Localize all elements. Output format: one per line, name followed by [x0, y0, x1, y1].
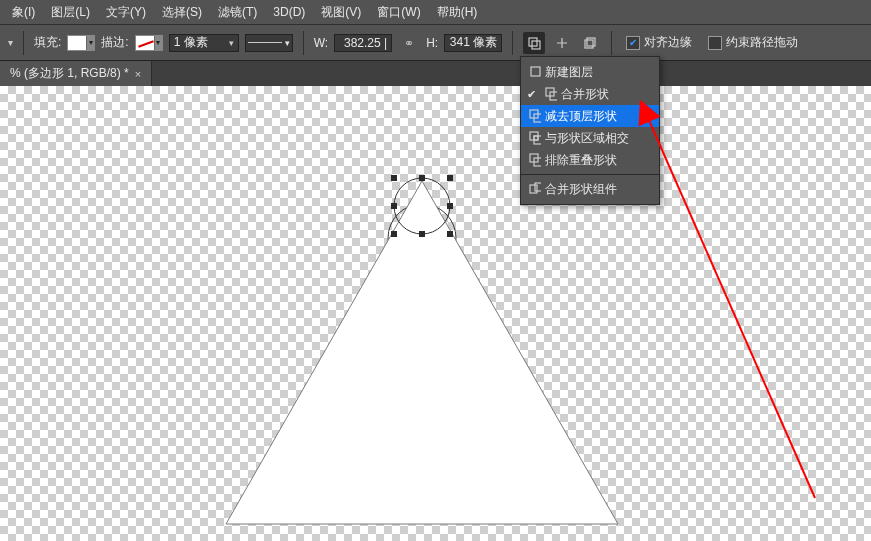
chevron-down-icon[interactable]: ▾: [154, 36, 162, 50]
menu-type[interactable]: 文字(Y): [98, 0, 154, 24]
path-alignment-button[interactable]: [551, 32, 573, 54]
path-operations-button[interactable]: [523, 32, 545, 54]
width-label: W:: [314, 36, 328, 50]
menu-item-label: 排除重叠形状: [545, 152, 617, 169]
svg-rect-12: [419, 231, 425, 237]
menu-item-merge-components[interactable]: 合并形状组件: [521, 178, 659, 200]
constrain-path-label: 约束路径拖动: [726, 34, 798, 51]
separator: [611, 31, 612, 55]
path-arrangement-button[interactable]: [579, 32, 601, 54]
menu-item-label: 减去顶层形状: [545, 108, 617, 125]
align-edges-label: 对齐边缘: [644, 34, 692, 51]
menu-item-label: 新建图层: [545, 64, 593, 81]
svg-rect-14: [531, 67, 540, 76]
svg-rect-11: [391, 231, 397, 237]
chevron-down-icon[interactable]: ▾: [86, 36, 94, 50]
menu-item-label: 合并形状组件: [545, 181, 617, 198]
menu-filter[interactable]: 滤镜(T): [210, 0, 265, 24]
menu-item-exclude[interactable]: 排除重叠形状: [521, 149, 659, 171]
svg-rect-9: [391, 203, 397, 209]
svg-rect-0: [529, 38, 537, 46]
combine-icon: [545, 88, 557, 100]
arrange-icon: [583, 36, 597, 50]
fill-label: 填充:: [34, 34, 61, 51]
stroke-label: 描边:: [101, 34, 128, 51]
width-input[interactable]: 382.25 |: [334, 34, 392, 52]
menu-item-label: 合并形状: [561, 86, 609, 103]
separator: [23, 31, 24, 55]
checkbox-icon: [708, 36, 722, 50]
path-operations-menu: 新建图层 ✔ 合并形状 减去顶层形状 与形状区域相交 排除重叠形状 合并形状组件: [520, 56, 660, 205]
width-value: 382.25 |: [344, 36, 387, 50]
document-tab-title: % (多边形 1, RGB/8) *: [10, 65, 129, 82]
align-icon: [555, 36, 569, 50]
document-tab-bar: % (多边形 1, RGB/8) * ×: [0, 60, 871, 86]
menu-layer[interactable]: 图层(L): [43, 0, 98, 24]
checkbox-checked-icon: [626, 36, 640, 50]
exclude-icon: [529, 154, 541, 166]
chevron-down-icon[interactable]: ▾: [285, 38, 290, 48]
menu-bar: 象(I) 图层(L) 文字(Y) 选择(S) 滤镜(T) 3D(D) 视图(V)…: [0, 0, 871, 24]
constrain-path-checkbox[interactable]: 约束路径拖动: [708, 34, 798, 51]
menu-item-intersect[interactable]: 与形状区域相交: [521, 127, 659, 149]
svg-rect-8: [447, 175, 453, 181]
menu-item-new-layer[interactable]: 新建图层: [521, 61, 659, 83]
svg-rect-25: [535, 183, 541, 191]
link-icon: ⚭: [404, 36, 414, 50]
height-input[interactable]: 341 像素: [444, 34, 502, 52]
svg-rect-13: [447, 231, 453, 237]
menu-window[interactable]: 窗口(W): [369, 0, 428, 24]
menu-image[interactable]: 象(I): [4, 0, 43, 24]
menu-item-subtract-front[interactable]: 减去顶层形状: [521, 105, 659, 127]
menu-help[interactable]: 帮助(H): [429, 0, 486, 24]
menu-item-label: 与形状区域相交: [545, 130, 629, 147]
svg-rect-10: [447, 203, 453, 209]
stroke-style-select[interactable]: ▾: [245, 34, 293, 52]
align-edges-checkbox[interactable]: 对齐边缘: [626, 34, 692, 51]
menu-3d[interactable]: 3D(D): [265, 0, 313, 24]
link-dimensions-button[interactable]: ⚭: [398, 32, 420, 54]
svg-rect-21: [534, 136, 538, 140]
check-icon: ✔: [527, 88, 536, 101]
menu-separator: [521, 174, 659, 175]
path-ops-icon: [527, 36, 541, 50]
separator: [512, 31, 513, 55]
svg-rect-1: [532, 41, 540, 49]
separator: [303, 31, 304, 55]
document-tab[interactable]: % (多边形 1, RGB/8) * ×: [0, 61, 152, 86]
canvas-area[interactable]: [0, 86, 871, 541]
menu-select[interactable]: 选择(S): [154, 0, 210, 24]
svg-rect-2: [585, 40, 593, 48]
height-label: H:: [426, 36, 438, 50]
chevron-down-icon[interactable]: ▾: [229, 38, 234, 48]
options-bar: ▾ 填充: ▾ 描边: ▾ 1 像素 ▾ ▾ W: 382.25 | ⚭ H: …: [0, 24, 871, 60]
menu-view[interactable]: 视图(V): [313, 0, 369, 24]
stroke-width-value: 1 像素: [174, 34, 208, 51]
svg-rect-6: [391, 175, 397, 181]
stroke-swatch[interactable]: ▾: [135, 35, 163, 51]
height-value: 341 像素: [450, 34, 497, 51]
stroke-width-input[interactable]: 1 像素 ▾: [169, 34, 239, 52]
menu-item-combine[interactable]: ✔ 合并形状: [521, 83, 659, 105]
svg-rect-7: [419, 175, 425, 181]
chevron-down-icon[interactable]: ▾: [8, 37, 13, 48]
solid-line-icon: [248, 42, 282, 43]
subtract-icon: [529, 110, 541, 122]
canvas-shapes: [0, 86, 871, 541]
fill-swatch[interactable]: ▾: [67, 35, 95, 51]
close-icon[interactable]: ×: [135, 68, 141, 80]
svg-rect-3: [587, 38, 595, 46]
intersect-icon: [529, 132, 541, 144]
svg-rect-24: [530, 185, 537, 193]
merge-icon: [529, 183, 541, 195]
new-layer-icon: [529, 66, 541, 78]
